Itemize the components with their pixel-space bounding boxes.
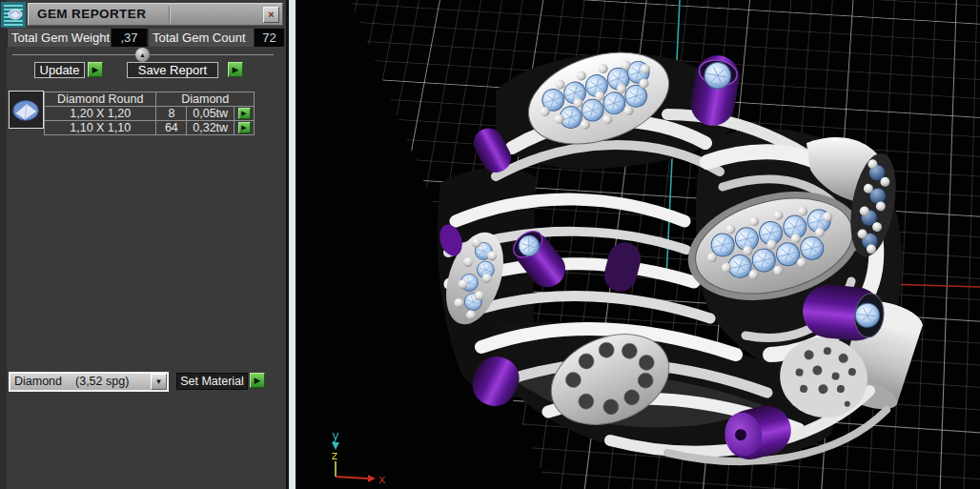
update-run-icon[interactable]: ▶ [88,62,103,77]
update-button[interactable]: Update [34,62,85,78]
axis-x-label: x [378,472,386,486]
collapse-icon[interactable]: ▲ [135,48,150,62]
chevron-down-icon[interactable]: ▼ [151,374,167,390]
material-name: Diamond [14,375,62,388]
table-row: 1,20 X 1,20 8 0,05tw ▶ [45,107,255,121]
material-dropdown[interactable]: Diamond(3,52 spg) ▼ [9,372,169,392]
table-header-row: Diamond Round Diamond [45,92,255,107]
axis-gizmo: y z x [324,427,400,486]
viewport-grid [296,0,980,489]
total-gem-count-label: Total Gem Count [149,29,254,47]
close-icon[interactable]: × [263,7,279,23]
row-run-icon[interactable]: ▶ [238,122,251,133]
gem-weight: 0,32tw [187,121,235,135]
gem-reporter-panel: GEM REPORTER × Total Gem Weight ,37 Tota… [0,0,286,489]
gem-report-table: Diamond Round Diamond 1,20 X 1,20 8 0,05… [44,92,255,135]
3d-viewport[interactable]: y z x [296,0,980,489]
gem-thumbnail [9,91,44,129]
axis-z-label: z [331,448,338,462]
save-report-run-icon[interactable]: ▶ [228,62,243,77]
gem-count: 8 [156,107,187,121]
column-header-type: Diamond Round [45,92,156,107]
gem-reporter-icon [1,2,26,28]
row-run-icon[interactable]: ▶ [238,108,251,119]
viewport-edge-strip [289,0,296,489]
titlebar-divider [169,6,170,23]
gem-stats-row: Total Gem Weight ,37 Total Gem Count 72 [7,29,284,47]
set-material-run-icon[interactable]: ▶ [250,373,265,388]
axis-y-arrow-icon [332,442,339,450]
total-gem-count-value: 72 [255,29,284,47]
panel-titlebar[interactable]: GEM REPORTER × [28,3,283,26]
set-material-button[interactable]: Set Material [176,373,248,390]
column-header-material: Diamond [156,92,255,107]
total-gem-weight-label: Total Gem Weight [8,29,111,47]
material-density: (3,52 spg) [75,375,129,388]
gem-count: 64 [156,121,187,135]
material-dropdown-value: Diamond(3,52 spg) [14,375,129,389]
total-gem-weight-value: ,37 [112,29,147,47]
axis-y-label: y [332,428,339,442]
application-window: GEM REPORTER × Total Gem Weight ,37 Tota… [0,0,980,489]
table-row: 1,10 X 1,10 64 0,32tw ▶ [45,121,255,135]
panel-edge [0,0,7,489]
gem-size: 1,20 X 1,20 [45,107,156,121]
save-report-button[interactable]: Save Report [127,62,218,78]
gem-weight: 0,05tw [187,107,235,121]
gem-size: 1,10 X 1,10 [45,121,156,135]
axis-x-arrow-icon [368,475,376,482]
panel-title: GEM REPORTER [37,7,146,21]
